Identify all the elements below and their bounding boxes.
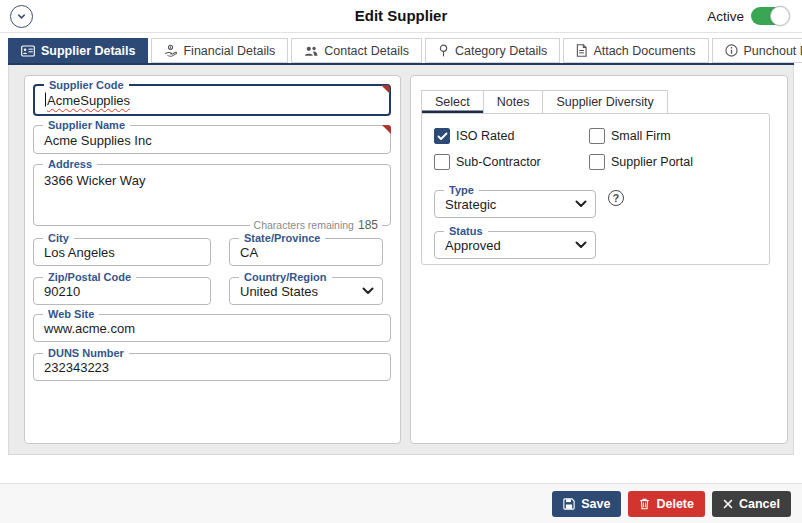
small-firm-checkbox[interactable]: [589, 128, 605, 144]
supplier-name-label: Supplier Name: [43, 118, 130, 132]
state-province-input[interactable]: State/Province CA: [229, 238, 383, 266]
delete-label: Delete: [656, 497, 694, 511]
tab-supplier-details[interactable]: Supplier Details: [8, 38, 148, 63]
iso-rated-checkbox-row: ISO Rated: [434, 128, 514, 144]
tab-label: Attach Documents: [593, 44, 695, 58]
close-icon: [723, 499, 733, 509]
supplier-portal-label: Supplier Portal: [611, 155, 693, 169]
tab-label: Punchout Details: [744, 44, 802, 58]
active-toggle[interactable]: [751, 7, 788, 25]
type-help-icon[interactable]: ?: [608, 190, 624, 206]
main-tabbar: Supplier Details Financial Details Conta…: [8, 38, 802, 63]
active-label: Active: [707, 9, 744, 24]
tab-label: Contact Details: [324, 44, 409, 58]
zip-postal-value: 90210: [44, 284, 80, 299]
small-firm-checkbox-row: Small Firm: [589, 128, 671, 144]
supplier-code-value: AcmeSupplies: [47, 93, 130, 108]
tab-contact-details[interactable]: Contact Details: [291, 38, 422, 63]
status-value: Approved: [445, 238, 501, 253]
zip-postal-input[interactable]: Zip/Postal Code 90210: [33, 277, 211, 305]
id-card-icon: [21, 45, 35, 57]
tab-content-area: Supplier Code AcmeSupplies Supplier Name…: [8, 65, 794, 455]
hand-money-icon: [164, 44, 177, 57]
document-icon: [576, 44, 587, 57]
city-label: City: [43, 231, 74, 245]
cancel-button[interactable]: Cancel: [712, 491, 791, 517]
tab-punchout-details[interactable]: Punchout Details: [712, 38, 802, 63]
contacts-people-icon: [304, 45, 318, 57]
country-region-value: United States: [240, 284, 318, 299]
chevron-down-icon: [575, 200, 587, 208]
city-input[interactable]: City Los Angeles: [33, 238, 211, 266]
address-label: Address: [43, 157, 97, 171]
sub-contractor-checkbox[interactable]: [434, 154, 450, 170]
tab-select[interactable]: Select: [421, 90, 484, 114]
sub-contractor-checkbox-row: Sub-Contractor: [434, 154, 541, 170]
type-value: Strategic: [445, 197, 496, 212]
supplier-code-label: Supplier Code: [44, 78, 129, 92]
characters-remaining: Characters remaining185: [250, 218, 382, 232]
country-region-label: Country/Region: [239, 270, 332, 284]
tab-attach-documents[interactable]: Attach Documents: [563, 38, 708, 63]
select-tab-content: ISO Rated Small Firm Sub-Contractor Supp…: [421, 113, 770, 265]
small-firm-label: Small Firm: [611, 129, 671, 143]
tab-financial-details[interactable]: Financial Details: [151, 38, 288, 63]
tab-supplier-diversity[interactable]: Supplier Diversity: [542, 90, 667, 114]
status-select[interactable]: Status Approved: [434, 231, 596, 259]
type-label: Type: [444, 183, 479, 197]
state-province-value: CA: [240, 245, 258, 260]
trash-icon: [639, 498, 650, 510]
delete-button[interactable]: Delete: [628, 491, 705, 517]
supplier-details-panel: Supplier Code AcmeSupplies Supplier Name…: [24, 75, 401, 444]
tab-label: Financial Details: [183, 44, 275, 58]
supplier-name-value: Acme Supplies Inc: [44, 132, 152, 147]
address-textarea[interactable]: Address 3366 Wicker Way Characters remai…: [33, 164, 391, 226]
dialog-footer: Save Delete Cancel: [0, 483, 802, 523]
type-select[interactable]: Type Strategic: [434, 190, 596, 218]
country-region-select[interactable]: Country/Region United States: [229, 277, 383, 305]
iso-rated-checkbox[interactable]: [434, 128, 450, 144]
web-site-label: Web Site: [43, 307, 99, 321]
duns-number-label: DUNS Number: [43, 346, 129, 360]
cancel-label: Cancel: [739, 497, 780, 511]
toggle-knob: [770, 6, 790, 26]
supplier-name-input[interactable]: Supplier Name Acme Supplies Inc: [33, 125, 391, 154]
save-button[interactable]: Save: [552, 491, 621, 517]
supplier-portal-checkbox[interactable]: [589, 154, 605, 170]
state-province-label: State/Province: [239, 231, 325, 245]
page-title: Edit Supplier: [0, 7, 802, 24]
text-caret: [45, 93, 46, 107]
sub-contractor-label: Sub-Contractor: [456, 155, 541, 169]
info-circle-icon: [725, 44, 738, 57]
save-label: Save: [581, 497, 610, 511]
web-site-value: www.acme.com: [44, 321, 135, 336]
pin-icon: [438, 44, 449, 57]
zip-postal-label: Zip/Postal Code: [43, 270, 136, 284]
duns-number-input[interactable]: DUNS Number 232343223: [33, 353, 391, 381]
tab-label: Category Details: [455, 44, 547, 58]
supplier-options-panel: Select Notes Supplier Diversity ISO Rate…: [410, 75, 788, 444]
address-value: 3366 Wicker Way: [44, 173, 145, 188]
edit-supplier-dialog: Edit Supplier Active Supplier Details Fi…: [0, 0, 802, 523]
floppy-disk-icon: [563, 498, 575, 510]
chevron-down-icon: [362, 287, 374, 295]
tab-label: Supplier Details: [41, 44, 135, 58]
city-value: Los Angeles: [44, 245, 115, 260]
supplier-code-input[interactable]: Supplier Code AcmeSupplies: [33, 84, 391, 116]
options-tabbar: Select Notes Supplier Diversity: [421, 90, 667, 114]
tab-notes[interactable]: Notes: [483, 90, 544, 114]
status-label: Status: [444, 224, 488, 238]
dialog-header: Edit Supplier Active: [0, 0, 802, 33]
chevron-down-icon: [575, 241, 587, 249]
iso-rated-label: ISO Rated: [456, 129, 514, 143]
web-site-input[interactable]: Web Site www.acme.com: [33, 314, 391, 342]
supplier-portal-checkbox-row: Supplier Portal: [589, 154, 693, 170]
tab-category-details[interactable]: Category Details: [425, 38, 560, 63]
duns-number-value: 232343223: [44, 360, 109, 375]
